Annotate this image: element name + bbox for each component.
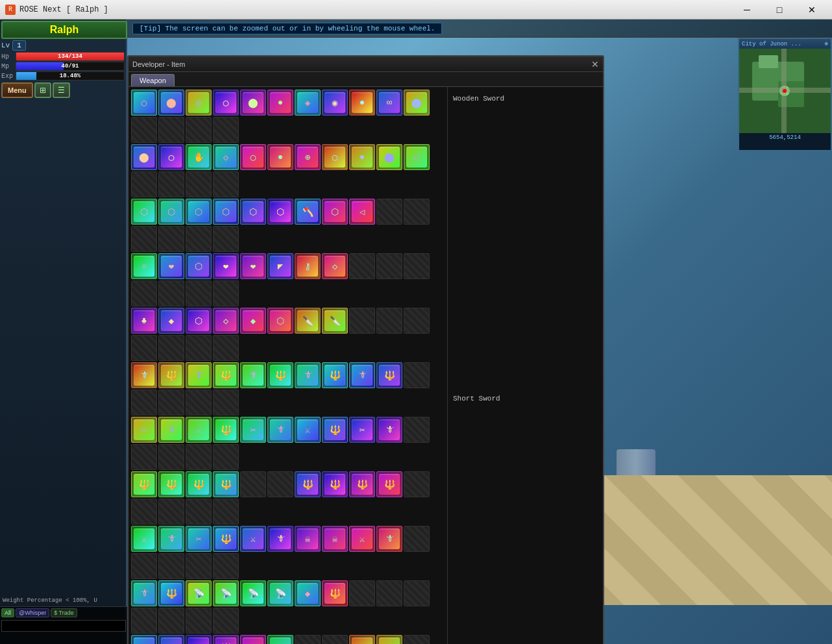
item-cell[interactable]: 🔱 (131, 471, 157, 497)
item-cell[interactable] (131, 280, 157, 306)
item-cell[interactable]: 🗡 (349, 362, 375, 388)
item-cell[interactable]: 🗡 (267, 526, 293, 552)
item-cell[interactable] (131, 117, 157, 143)
maximize-button[interactable]: □ (765, 3, 794, 17)
item-cell[interactable]: ❤ (240, 253, 266, 279)
item-cell[interactable] (186, 335, 212, 361)
item-cell[interactable]: ⟡ (267, 635, 293, 644)
chat-whisper-tab[interactable]: @Whisper (16, 608, 49, 617)
item-cell[interactable] (349, 580, 375, 606)
item-cell[interactable]: ✋ (186, 144, 212, 170)
item-cell[interactable]: ✂ (131, 417, 157, 443)
item-cell[interactable] (186, 608, 212, 634)
item-cell[interactable] (131, 335, 157, 361)
item-cell[interactable]: ⬤ (131, 144, 157, 170)
item-cell[interactable]: 🗡 (131, 580, 157, 606)
item-cell[interactable]: ⬡ (186, 308, 212, 334)
item-cell[interactable]: 🔱 (158, 580, 184, 606)
item-cell[interactable] (186, 226, 212, 252)
item-cell[interactable]: ✂ (186, 526, 212, 552)
item-cell[interactable] (158, 171, 184, 197)
item-cell[interactable] (376, 580, 402, 606)
item-cell[interactable] (186, 444, 212, 470)
item-cell[interactable]: ◇ (213, 308, 239, 334)
item-cell[interactable] (213, 226, 239, 252)
item-cell[interactable]: ◈ (295, 90, 321, 116)
item-cell[interactable]: ● (349, 90, 375, 116)
item-cell[interactable]: ◯ (404, 144, 430, 170)
item-cell[interactable] (158, 280, 184, 306)
item-cell[interactable]: ◤ (267, 253, 293, 279)
item-cell[interactable]: ◎ (186, 90, 212, 116)
item-cell[interactable]: 🔱 (186, 471, 212, 497)
item-cell[interactable] (267, 471, 293, 497)
item-cell[interactable] (404, 253, 430, 279)
item-cell[interactable]: ⬤ (158, 90, 184, 116)
item-cell[interactable] (186, 553, 212, 579)
item-cell[interactable] (376, 253, 402, 279)
item-cell[interactable]: ✂ (349, 417, 375, 443)
item-cell[interactable]: 🔱 (213, 526, 239, 552)
item-cell[interactable]: ⚔ (186, 417, 212, 443)
item-cell[interactable]: ❤ (213, 253, 239, 279)
item-cell[interactable] (404, 362, 430, 388)
item-cell[interactable] (404, 526, 430, 552)
dev-window-close[interactable]: ✕ (591, 60, 599, 69)
item-cell[interactable] (213, 335, 239, 361)
item-cell[interactable] (158, 608, 184, 634)
item-cell[interactable]: ❤ (158, 253, 184, 279)
item-cell[interactable]: ◇ (213, 144, 239, 170)
item-cell[interactable]: ⬡ (267, 308, 293, 334)
item-cell[interactable]: ◆ (240, 308, 266, 334)
item-cell[interactable]: ◇ (322, 253, 348, 279)
item-cell[interactable]: 🗡 (376, 635, 402, 644)
item-cell[interactable]: ♣ (131, 308, 157, 334)
item-cell[interactable]: ● (349, 144, 375, 170)
item-cell[interactable]: ⚷ (295, 253, 321, 279)
item-cell[interactable] (404, 580, 430, 606)
item-cell[interactable] (186, 499, 212, 525)
item-cell[interactable]: 🗡 (158, 417, 184, 443)
item-cell[interactable] (131, 171, 157, 197)
item-cell[interactable]: ⬡ (131, 199, 157, 225)
item-cell[interactable]: ⬡ (322, 199, 348, 225)
item-cell[interactable] (240, 471, 266, 497)
item-cell[interactable]: ✂ (349, 635, 375, 644)
item-cell[interactable] (213, 390, 239, 415)
item-cell[interactable]: 📡 (186, 580, 212, 606)
item-cell[interactable] (186, 117, 212, 143)
chat-trade-tab[interactable]: $ Trade (51, 608, 77, 617)
item-cell[interactable]: 🔱 (349, 471, 375, 497)
item-cell[interactable]: ⊕ (295, 144, 321, 170)
item-cell[interactable]: 🔱 (322, 362, 348, 388)
item-cell[interactable]: ◯ (131, 90, 157, 116)
item-cell[interactable] (213, 499, 239, 525)
item-cell[interactable]: ⬡ (213, 199, 239, 225)
item-cell[interactable]: 🗡 (240, 362, 266, 388)
item-cell[interactable] (376, 199, 402, 225)
item-cell[interactable]: 🔱 (322, 471, 348, 497)
item-cell[interactable]: 📡 (240, 580, 266, 606)
item-cell[interactable] (404, 199, 430, 225)
item-cell[interactable]: 🔱 (376, 362, 402, 388)
item-cell[interactable]: 📡 (267, 580, 293, 606)
item-cell[interactable]: 📡 (213, 580, 239, 606)
item-cell[interactable] (131, 499, 157, 525)
item-cell[interactable]: ✂ (240, 417, 266, 443)
item-cell[interactable]: 🔱 (267, 362, 293, 388)
item-cell[interactable]: 🗡 (295, 362, 321, 388)
item-cell[interactable]: ◯ (322, 144, 348, 170)
item-cell[interactable]: 🗡 (186, 362, 212, 388)
item-cell[interactable]: 🔱 (213, 471, 239, 497)
item-cell[interactable]: ∞ (376, 90, 402, 116)
item-cell[interactable]: 🔪 (295, 308, 321, 334)
item-cell[interactable]: ⬡ (240, 199, 266, 225)
item-cell[interactable]: 🗡 (267, 417, 293, 443)
item-cell[interactable] (131, 608, 157, 634)
item-cell[interactable]: ◁ (349, 199, 375, 225)
item-cell[interactable] (349, 253, 375, 279)
item-cell[interactable]: 🗡 (158, 526, 184, 552)
item-cell[interactable] (158, 226, 184, 252)
item-cell[interactable]: ⬡ (267, 199, 293, 225)
close-button[interactable]: ✕ (797, 3, 827, 17)
